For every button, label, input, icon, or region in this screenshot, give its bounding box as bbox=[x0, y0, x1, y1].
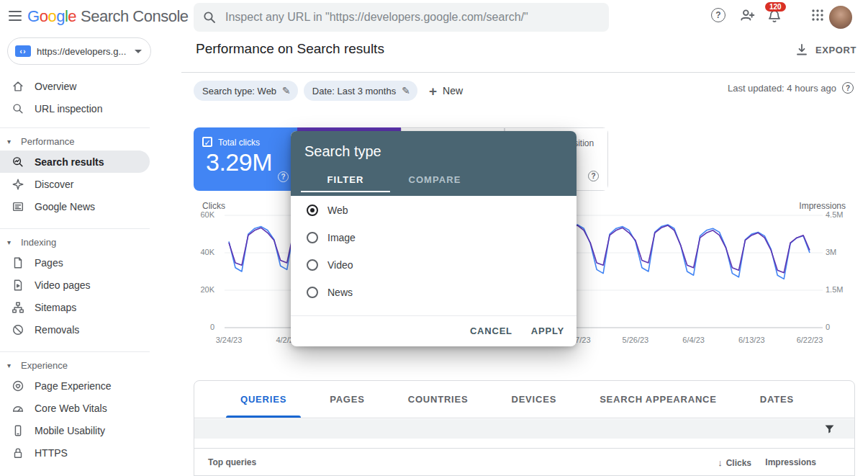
dialog-title: Search type bbox=[291, 131, 577, 160]
radio-option-news[interactable]: News bbox=[291, 279, 577, 306]
card-total-clicks[interactable]: Total clicks 3.29M bbox=[194, 127, 297, 191]
tab-pages[interactable]: PAGES bbox=[308, 381, 386, 418]
tab-search-appearance[interactable]: SEARCH APPEARANCE bbox=[578, 381, 738, 418]
add-icon bbox=[429, 84, 437, 98]
dimension-tabs: QUERIES PAGES COUNTRIES DEVICES SEARCH A… bbox=[194, 381, 854, 418]
search-icon bbox=[202, 10, 217, 24]
help-icon[interactable] bbox=[588, 171, 599, 181]
collapse-triangle-icon bbox=[7, 138, 16, 145]
y-axis-tick: 4.5M bbox=[826, 210, 849, 219]
download-icon bbox=[795, 42, 809, 57]
removals-icon bbox=[11, 323, 25, 337]
url-prefix-property-icon bbox=[15, 45, 31, 57]
help-icon[interactable] bbox=[278, 171, 289, 182]
x-axis-tick: 5/26/23 bbox=[607, 336, 664, 344]
section-header-indexing[interactable]: Indexing bbox=[0, 233, 173, 251]
chip-date-range[interactable]: Date: Last 3 months bbox=[304, 81, 417, 101]
sidebar-item-pages[interactable]: Pages bbox=[0, 251, 150, 274]
radio-icon[interactable] bbox=[307, 205, 318, 216]
apply-button[interactable]: APPLY bbox=[531, 325, 564, 336]
radio-option-label: Web bbox=[327, 205, 348, 216]
sidebar-item-video-pages[interactable]: Video pages bbox=[0, 274, 150, 296]
tab-devices[interactable]: DEVICES bbox=[489, 381, 578, 418]
section-label: Indexing bbox=[21, 237, 56, 248]
app-logo[interactable]: GoogleSearch Console bbox=[27, 7, 189, 26]
sidebar-item-overview[interactable]: Overview bbox=[0, 75, 150, 97]
sidebar-item-mobile-usability[interactable]: Mobile Usability bbox=[0, 419, 150, 441]
column-header-clicks[interactable]: Clicks bbox=[718, 457, 751, 468]
new-filter-label: New bbox=[443, 85, 463, 96]
help-icon[interactable] bbox=[842, 82, 854, 94]
section-label: Performance bbox=[21, 136, 74, 147]
apps-grid-icon[interactable] bbox=[809, 6, 826, 24]
chip-search-type[interactable]: Search type: Web bbox=[194, 81, 298, 101]
help-icon[interactable] bbox=[710, 6, 727, 24]
export-button[interactable]: EXPORT bbox=[795, 42, 856, 57]
sidebar-item-page-experience[interactable]: Page Experience bbox=[0, 374, 150, 397]
tab-dates[interactable]: DATES bbox=[738, 381, 815, 418]
section-label: Experience bbox=[21, 360, 68, 371]
chevron-down-icon bbox=[135, 50, 142, 53]
x-axis-tick: 6/13/23 bbox=[723, 336, 780, 344]
search-input[interactable] bbox=[225, 11, 600, 24]
y-axis-tick: 3M bbox=[826, 248, 849, 256]
sidebar-item-removals[interactable]: Removals bbox=[0, 318, 150, 341]
y-axis-tick: 1.5M bbox=[826, 285, 849, 294]
sidebar-item-label: Mobile Usability bbox=[35, 425, 105, 436]
last-updated: Last updated: 4 hours ago bbox=[728, 82, 854, 94]
checkbox-checked-icon[interactable] bbox=[202, 137, 212, 147]
last-updated-label: Last updated: 4 hours ago bbox=[728, 83, 836, 94]
menu-icon[interactable] bbox=[9, 11, 23, 24]
radio-icon[interactable] bbox=[307, 232, 318, 243]
sidebar-item-url-inspection[interactable]: URL inspection bbox=[0, 97, 150, 120]
avatar[interactable] bbox=[829, 6, 852, 29]
dialog-tab-compare[interactable]: COMPARE bbox=[390, 169, 479, 192]
filter-icon[interactable] bbox=[823, 423, 836, 435]
x-axis-tick: 6/22/23 bbox=[781, 336, 838, 344]
radio-option-video[interactable]: Video bbox=[291, 251, 577, 279]
tab-queries[interactable]: QUERIES bbox=[219, 381, 308, 418]
tab-countries[interactable]: COUNTRIES bbox=[386, 381, 490, 418]
x-axis-tick: 6/4/23 bbox=[665, 336, 723, 344]
dialog-tab-filter[interactable]: FILTER bbox=[301, 169, 390, 192]
x-axis-tick: 3/24/23 bbox=[200, 336, 258, 344]
chip-label: Search type: Web bbox=[202, 86, 276, 96]
sidebar-item-core-web-vitals[interactable]: Core Web Vitals bbox=[0, 397, 150, 419]
radio-icon[interactable] bbox=[307, 287, 318, 298]
section-header-performance[interactable]: Performance bbox=[0, 132, 173, 151]
inspect-icon bbox=[11, 102, 25, 116]
column-header-impressions[interactable]: Impressions bbox=[765, 457, 816, 467]
chip-label: Date: Last 3 months bbox=[312, 86, 396, 96]
edit-pencil-icon bbox=[402, 85, 410, 96]
home-icon bbox=[11, 79, 25, 94]
news-icon bbox=[11, 199, 25, 214]
dialog-header: Search type FILTER COMPARE bbox=[291, 131, 577, 196]
dialog-body: Web Image Video News bbox=[291, 196, 577, 315]
radio-option-image[interactable]: Image bbox=[291, 224, 577, 251]
sidebar-item-discover[interactable]: Discover bbox=[0, 173, 150, 195]
section-header-experience[interactable]: Experience bbox=[0, 356, 173, 374]
radio-option-web[interactable]: Web bbox=[291, 197, 577, 224]
table-toolbar bbox=[194, 419, 854, 439]
google-logo: Google bbox=[27, 7, 76, 25]
card-label: Total clicks bbox=[218, 138, 260, 148]
video-pages-icon bbox=[11, 278, 25, 292]
divider bbox=[0, 351, 150, 352]
table-header-row: Top queries Clicks Impressions bbox=[194, 448, 854, 476]
sidebar-item-label: Search results bbox=[35, 156, 104, 168]
top-app-bar: GoogleSearch Console 120 bbox=[0, 0, 868, 35]
sidebar-item-sitemaps[interactable]: Sitemaps bbox=[0, 296, 150, 318]
sidebar-item-https[interactable]: HTTPS bbox=[0, 441, 150, 464]
sidebar-item-label: Core Web Vitals bbox=[35, 403, 107, 414]
url-inspection-search-box[interactable] bbox=[194, 3, 609, 32]
page-title: Performance on Search results bbox=[196, 41, 384, 57]
new-filter-button[interactable]: New bbox=[429, 81, 463, 101]
radio-icon[interactable] bbox=[307, 259, 318, 271]
property-selector[interactable]: https://developers.g... bbox=[7, 37, 151, 65]
manage-users-icon[interactable] bbox=[738, 6, 756, 24]
lock-icon bbox=[11, 446, 25, 460]
sidebar-item-label: Google News bbox=[35, 201, 95, 212]
sidebar-item-search-results[interactable]: Search results bbox=[0, 151, 150, 173]
sidebar-item-google-news[interactable]: Google News bbox=[0, 195, 150, 217]
cancel-button[interactable]: CANCEL bbox=[470, 325, 512, 336]
